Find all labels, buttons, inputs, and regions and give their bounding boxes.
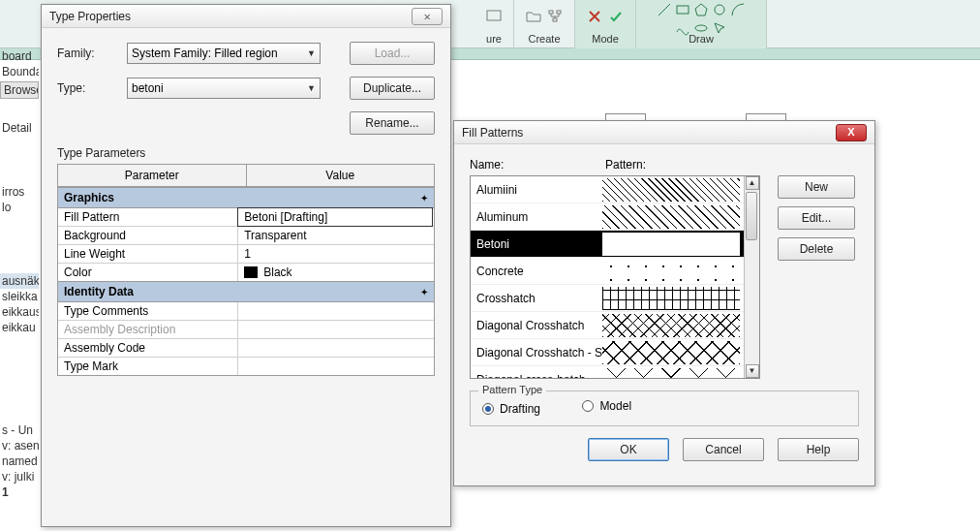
frag: sleikka — [0, 289, 39, 304]
rename-button[interactable]: Rename... — [350, 111, 435, 135]
close-button[interactable]: X — [836, 124, 867, 141]
col-value[interactable]: Value — [247, 165, 435, 186]
scrollbar[interactable]: ▲ ▼ — [744, 176, 759, 378]
param-value[interactable] — [238, 358, 434, 375]
ribbon-panel-ure: ure — [475, 0, 514, 48]
panel-icon[interactable] — [486, 9, 502, 24]
type-properties-dialog: Type Properties ⨉ Family: System Family:… — [41, 4, 451, 527]
pattern-list[interactable]: AlumiiniAluminumBetoniConcreteCrosshatch… — [470, 175, 760, 379]
pattern-name: Diagonal Crosshatch - S — [471, 346, 602, 359]
table-row[interactable]: ColorBlack — [58, 264, 434, 281]
scroll-thumb[interactable] — [746, 192, 757, 240]
frag: named — [0, 453, 39, 469]
svg-rect-3 — [553, 18, 557, 21]
table-row[interactable]: Type Comments — [58, 302, 434, 321]
pattern-list-item[interactable]: Betoni — [471, 231, 744, 258]
scroll-up-button[interactable]: ▲ — [746, 176, 759, 190]
param-name: Assembly Code — [58, 339, 238, 357]
pattern-preview — [602, 287, 740, 310]
edit-button[interactable]: Edit... — [778, 206, 855, 230]
folder-icon[interactable] — [526, 9, 541, 24]
pattern-list-item[interactable]: Diagonal Crosshatch - S — [471, 339, 744, 366]
dialog-titlebar[interactable]: Type Properties ⨉ — [42, 5, 450, 28]
pattern-type-label: Pattern Type — [478, 384, 546, 395]
pattern-name: Diagonal Crosshatch — [471, 319, 602, 332]
cancel-button[interactable]: Cancel — [683, 438, 764, 461]
pattern-name: Aluminum — [471, 210, 602, 224]
radio-icon — [482, 403, 494, 415]
chevron-down-icon: ▼ — [307, 83, 316, 93]
finish-icon[interactable] — [608, 9, 624, 24]
pattern-list-item[interactable]: Concrete — [471, 258, 744, 285]
ok-button[interactable]: OK — [588, 438, 669, 461]
browser-header[interactable]: Browse — [0, 81, 39, 99]
duplicate-button[interactable]: Duplicate... — [350, 77, 435, 100]
line-icon[interactable] — [657, 2, 672, 17]
tree-icon[interactable] — [547, 9, 563, 24]
pattern-name: Alumiini — [471, 183, 602, 197]
table-row[interactable]: Type Mark — [58, 358, 434, 375]
pattern-name: Diagonal cross-hatch — [471, 373, 602, 379]
pattern-preview — [602, 368, 740, 379]
svg-point-5 — [715, 5, 724, 15]
frag: eikkau — [0, 320, 39, 335]
family-combo[interactable]: System Family: Filled region ▼ — [127, 43, 321, 64]
dialog-titlebar[interactable]: Fill Patterns X — [454, 121, 874, 144]
drafting-radio[interactable]: Drafting — [482, 402, 540, 416]
frag: Detail — [0, 120, 39, 136]
circle-icon[interactable] — [712, 2, 727, 17]
pattern-list-item[interactable]: Alumiini — [471, 176, 744, 203]
model-radio[interactable]: Model — [582, 399, 631, 413]
pattern-list-item[interactable]: Diagonal Crosshatch — [471, 312, 744, 339]
type-parameters-grid: Parameter Value Graphics ✦ Fill PatternB… — [57, 164, 435, 376]
group-graphics[interactable]: Graphics ✦ — [58, 187, 434, 208]
table-row[interactable]: Assembly Code — [58, 339, 434, 358]
collapse-icon: ✦ — [420, 287, 428, 297]
table-row[interactable]: BackgroundTransparent — [58, 227, 434, 245]
svg-rect-2 — [557, 11, 561, 14]
param-value[interactable] — [238, 339, 434, 357]
pattern-name: Crosshatch — [471, 292, 602, 305]
param-value[interactable] — [238, 321, 434, 338]
delete-button[interactable]: Delete — [778, 237, 855, 261]
ribbon-panel-mode: Mode — [575, 0, 636, 48]
type-combo[interactable]: betoni ▼ — [127, 78, 321, 99]
param-value[interactable]: 1 — [238, 245, 434, 263]
dialog-title: Type Properties — [49, 5, 131, 28]
table-row[interactable]: Fill PatternBetoni [Drafting] — [58, 208, 434, 227]
name-label: Name: — [470, 158, 605, 172]
pattern-preview — [602, 205, 740, 229]
pattern-list-item[interactable]: Diagonal cross-hatch — [471, 366, 744, 378]
param-value[interactable]: Transparent — [238, 227, 434, 244]
type-parameters-label: Type Parameters — [57, 146, 435, 160]
pattern-list-item[interactable]: Aluminum — [471, 203, 744, 231]
new-button[interactable]: New — [778, 175, 855, 199]
scroll-down-button[interactable]: ▼ — [746, 364, 759, 378]
collapse-icon: ✦ — [420, 193, 428, 203]
close-button[interactable]: ⨉ — [412, 8, 443, 25]
param-name: Type Comments — [58, 302, 238, 320]
table-row[interactable]: Assembly Description — [58, 321, 434, 339]
frag: board — [0, 48, 39, 64]
param-value[interactable]: Betoni [Drafting] — [237, 207, 433, 227]
pattern-list-item[interactable]: Crosshatch — [471, 285, 744, 312]
arc-icon[interactable] — [730, 2, 746, 17]
frag: v: julki — [0, 469, 39, 484]
table-row[interactable]: Line Weight1 — [58, 245, 434, 264]
param-name: Assembly Description — [58, 321, 238, 338]
group-identity[interactable]: Identity Data ✦ — [58, 281, 434, 302]
col-parameter[interactable]: Parameter — [58, 165, 247, 186]
cancel-icon[interactable] — [587, 9, 602, 24]
frag: eikkaus — [0, 304, 39, 320]
param-value[interactable] — [238, 302, 434, 320]
param-value[interactable]: Black — [238, 264, 434, 281]
pattern-preview — [602, 260, 740, 283]
svg-rect-0 — [487, 11, 501, 20]
rect-icon[interactable] — [675, 2, 690, 17]
load-button[interactable]: Load... — [350, 42, 435, 65]
svg-rect-4 — [677, 6, 689, 14]
param-name: Type Mark — [58, 358, 238, 375]
polygon-icon[interactable] — [693, 2, 709, 17]
help-button[interactable]: Help — [778, 438, 859, 461]
pattern-name: Betoni — [471, 237, 602, 251]
